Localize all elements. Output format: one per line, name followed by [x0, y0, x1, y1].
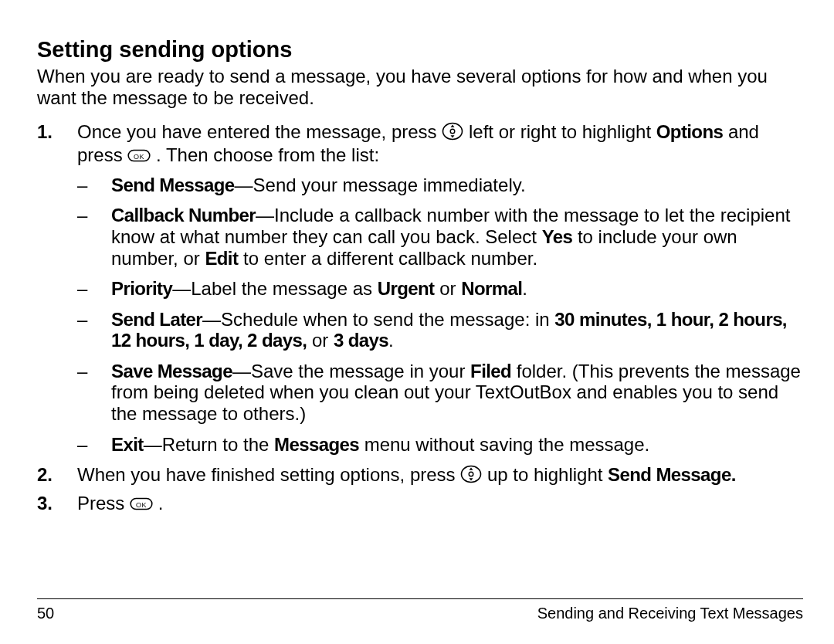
body-text: —Return to the	[144, 434, 274, 455]
emph: Priority	[111, 278, 172, 299]
emph: Yes	[542, 226, 573, 247]
nav-key-icon	[460, 465, 482, 488]
option-callback-number: – Callback Number—Include a callback num…	[77, 205, 803, 269]
bullet-dash: –	[77, 278, 87, 300]
body-text: or	[434, 278, 461, 299]
emph: Urgent	[378, 278, 435, 299]
body-text: .	[522, 278, 527, 299]
emph: Normal	[461, 278, 522, 299]
option-priority: – Priority—Label the message as Urgent o…	[77, 278, 803, 300]
body-text: menu without saving the message.	[359, 434, 649, 455]
body-text: —Label the message as	[172, 278, 378, 299]
body-text: When you have finished setting options, …	[77, 464, 460, 485]
section-heading: Setting sending options	[37, 37, 803, 63]
step-3: 3. Press .	[37, 493, 803, 517]
options-list: – Send Message—Send your message immedia…	[77, 175, 803, 456]
chapter-title: Sending and Receiving Text Messages	[537, 605, 803, 622]
body-text: .	[388, 330, 394, 351]
emph: Save Message	[111, 361, 232, 381]
emph: Send Later	[111, 309, 202, 330]
body-text: —Send your message immediately.	[235, 175, 526, 195]
emph: 3 days	[334, 330, 388, 351]
body-text: .	[158, 493, 164, 514]
emph: Callback Number	[111, 205, 256, 225]
emph: Messages	[274, 434, 359, 455]
steps-list: 1. Once you have entered the message, pr…	[37, 121, 803, 517]
emph: Options	[656, 121, 723, 142]
intro-paragraph: When you are ready to send a message, yo…	[37, 66, 803, 108]
bullet-dash: –	[77, 434, 87, 456]
body-text: up to highlight	[487, 464, 608, 485]
step-number: 3.	[37, 493, 53, 514]
body-text: Press	[77, 493, 130, 514]
option-send-later: – Send Later—Schedule when to send the m…	[77, 309, 803, 351]
page-footer: 50 Sending and Receiving Text Messages	[37, 605, 803, 622]
bullet-dash: –	[77, 175, 87, 196]
manual-page: Setting sending options When you are rea…	[0, 0, 834, 644]
emph: Filed	[470, 361, 511, 381]
step-number: 2.	[37, 464, 53, 486]
nav-key-icon	[442, 122, 463, 145]
ok-key-icon	[130, 495, 153, 517]
bullet-dash: –	[77, 309, 87, 330]
option-send-message: – Send Message—Send your message immedia…	[77, 175, 803, 196]
step-1: 1. Once you have entered the message, pr…	[37, 121, 803, 456]
ok-key-icon	[127, 147, 151, 168]
body-text: or	[307, 330, 334, 351]
body-text: left or right to highlight	[469, 121, 656, 142]
body-text: Once you have entered the message, press	[77, 121, 442, 142]
body-text: —Schedule when to send the message: in	[202, 309, 554, 330]
step-number: 1.	[37, 121, 53, 143]
emph: Send Message	[111, 175, 235, 195]
bullet-dash: –	[77, 205, 87, 226]
page-number: 50	[37, 605, 54, 622]
body-text: . Then choose from the list:	[156, 144, 379, 165]
option-exit: – Exit—Return to the Messages menu witho…	[77, 434, 803, 456]
emph: Edit	[205, 248, 238, 269]
step-2: 2. When you have finished setting option…	[37, 464, 803, 488]
option-save-message: – Save Message—Save the message in your …	[77, 361, 803, 425]
body-text: to enter a different callback number.	[238, 248, 537, 269]
body-text: —Save the message in your	[232, 361, 470, 381]
bullet-dash: –	[77, 361, 87, 382]
emph: Exit	[111, 434, 144, 455]
emph: Send Message.	[608, 464, 736, 485]
